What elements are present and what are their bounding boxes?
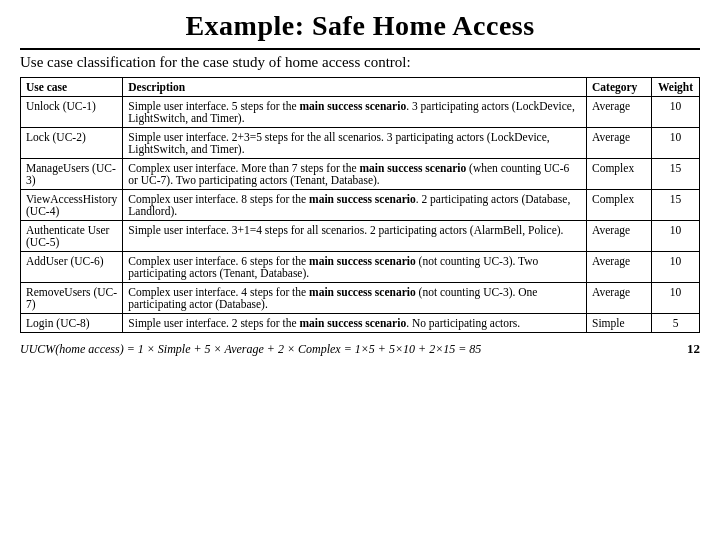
cell-category: Complex — [587, 159, 652, 190]
cell-usecase: AddUser (UC-6) — [21, 252, 123, 283]
cell-weight: 15 — [652, 159, 700, 190]
cell-category: Average — [587, 283, 652, 314]
page: Example: Safe Home Access Use case class… — [0, 0, 720, 540]
cell-category: Average — [587, 128, 652, 159]
header-usecase: Use case — [21, 78, 123, 97]
cell-weight: 10 — [652, 128, 700, 159]
table-row: Lock (UC-2)Simple user interface. 2+3=5 … — [21, 128, 700, 159]
cell-usecase: Authenticate User (UC-5) — [21, 221, 123, 252]
cell-description: Complex user interface. 4 steps for the … — [123, 283, 587, 314]
cell-usecase: Lock (UC-2) — [21, 128, 123, 159]
cell-usecase: Login (UC-8) — [21, 314, 123, 333]
cell-usecase: Unlock (UC-1) — [21, 97, 123, 128]
cell-usecase: ManageUsers (UC-3) — [21, 159, 123, 190]
header-desc: Description — [123, 78, 587, 97]
subtitle: Use case classification for the case stu… — [20, 54, 700, 71]
cell-usecase: ViewAccessHistory (UC-4) — [21, 190, 123, 221]
table-row: RemoveUsers (UC-7)Complex user interface… — [21, 283, 700, 314]
cell-category: Average — [587, 97, 652, 128]
footer: UUCW(home access) = 1 × Simple + 5 × Ave… — [20, 341, 700, 357]
cell-category: Average — [587, 252, 652, 283]
cell-weight: 10 — [652, 283, 700, 314]
header-weight: Weight — [652, 78, 700, 97]
footer-formula: UUCW(home access) = 1 × Simple + 5 × Ave… — [20, 342, 481, 357]
cell-description: Simple user interface. 5 steps for the m… — [123, 97, 587, 128]
use-case-table: Use case Description Category Weight Unl… — [20, 77, 700, 333]
page-number: 12 — [687, 341, 700, 357]
cell-weight: 15 — [652, 190, 700, 221]
cell-weight: 10 — [652, 221, 700, 252]
cell-category: Complex — [587, 190, 652, 221]
cell-description: Complex user interface. More than 7 step… — [123, 159, 587, 190]
table-row: Unlock (UC-1)Simple user interface. 5 st… — [21, 97, 700, 128]
cell-weight: 10 — [652, 252, 700, 283]
cell-description: Complex user interface. 8 steps for the … — [123, 190, 587, 221]
table-row: Authenticate User (UC-5)Simple user inte… — [21, 221, 700, 252]
table-row: ViewAccessHistory (UC-4)Complex user int… — [21, 190, 700, 221]
divider — [20, 48, 700, 50]
formula-text: UUCW — [20, 342, 55, 356]
cell-description: Complex user interface. 6 steps for the … — [123, 252, 587, 283]
cell-description: Simple user interface. 2+3=5 steps for t… — [123, 128, 587, 159]
table-row: AddUser (UC-6)Complex user interface. 6 … — [21, 252, 700, 283]
page-title: Example: Safe Home Access — [20, 10, 700, 42]
cell-description: Simple user interface. 2 steps for the m… — [123, 314, 587, 333]
cell-weight: 10 — [652, 97, 700, 128]
table-row: ManageUsers (UC-3)Complex user interface… — [21, 159, 700, 190]
cell-category: Simple — [587, 314, 652, 333]
cell-category: Average — [587, 221, 652, 252]
table-row: Login (UC-8)Simple user interface. 2 ste… — [21, 314, 700, 333]
cell-weight: 5 — [652, 314, 700, 333]
cell-description: Simple user interface. 3+1=4 steps for a… — [123, 221, 587, 252]
header-category: Category — [587, 78, 652, 97]
cell-usecase: RemoveUsers (UC-7) — [21, 283, 123, 314]
